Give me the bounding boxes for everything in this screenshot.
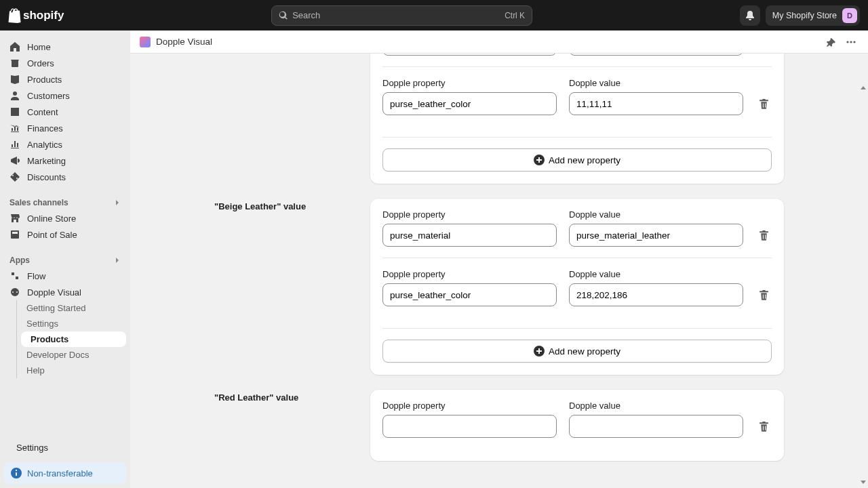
variant-row: "Black Leather" value Dopple property Do… xyxy=(214,54,784,184)
sidebar-item-content[interactable]: Content xyxy=(0,104,130,120)
store-icon xyxy=(9,213,20,224)
value-input[interactable] xyxy=(569,224,743,247)
trash-icon xyxy=(758,230,770,241)
property-input[interactable] xyxy=(382,224,557,247)
sidebar-sub-settings[interactable]: Settings xyxy=(17,316,130,331)
svg-point-2 xyxy=(853,41,855,43)
property-label: Dopple property xyxy=(382,269,557,279)
delete-property-button[interactable] xyxy=(755,283,772,306)
property-input[interactable] xyxy=(382,92,557,115)
shopify-logo[interactable]: shopify xyxy=(8,8,64,23)
search-icon xyxy=(279,11,288,20)
plus-circle-icon xyxy=(534,155,545,165)
home-icon xyxy=(9,41,20,52)
sidebar: HomeOrdersProductsCustomersContentFinanc… xyxy=(0,30,130,488)
sidebar-item-point-of-sale[interactable]: Point of Sale xyxy=(0,226,130,243)
add-property-button[interactable]: Add new property xyxy=(382,340,772,363)
property-input[interactable] xyxy=(382,415,557,438)
chevron-right-icon xyxy=(114,199,121,206)
sidebar-settings[interactable]: Settings xyxy=(0,437,130,458)
trash-icon xyxy=(758,289,770,301)
delete-property-button[interactable] xyxy=(755,224,772,247)
value-label: Dopple value xyxy=(569,209,743,220)
dopple-icon xyxy=(9,287,20,298)
pin-button[interactable] xyxy=(823,37,838,47)
variant-row: "Red Leather" value Dopple property Dopp… xyxy=(214,390,784,461)
info-icon xyxy=(11,468,22,479)
sidebar-item-analytics[interactable]: Analytics xyxy=(0,136,130,152)
sidebar-sub-getting-started[interactable]: Getting Started xyxy=(17,300,130,316)
sidebar-item-finances[interactable]: Finances xyxy=(0,120,130,136)
delete-property-button[interactable] xyxy=(755,415,772,438)
variant-title: "Red Leather" value xyxy=(214,392,357,403)
delete-property-button[interactable] xyxy=(755,92,772,115)
product-options-panel: Product Options Select product option Ma… xyxy=(214,54,784,488)
scroll-area[interactable]: Product Options Select product option Ma… xyxy=(130,54,868,488)
sidebar-item-dopple-visual[interactable]: Dopple Visual xyxy=(0,284,130,300)
search-placeholder: Search xyxy=(292,10,505,20)
property-label: Dopple property xyxy=(382,78,557,88)
content-icon xyxy=(9,106,20,117)
scroll-up-arrow[interactable] xyxy=(861,86,866,92)
scroll-down-arrow[interactable] xyxy=(861,481,866,486)
value-input[interactable] xyxy=(569,415,743,438)
customers-icon xyxy=(9,90,20,101)
store-name: My Shopify Store xyxy=(772,11,837,20)
more-button[interactable] xyxy=(844,41,859,43)
delete-property-button[interactable] xyxy=(755,54,772,56)
trash-icon xyxy=(758,421,770,432)
sidebar-item-flow[interactable]: Flow xyxy=(0,268,130,284)
sidebar-sub-products[interactable]: Products xyxy=(21,331,126,347)
value-label: Dopple value xyxy=(569,401,743,411)
add-property-button[interactable]: Add new property xyxy=(382,148,772,171)
pos-icon xyxy=(9,229,20,240)
sidebar-item-marketing[interactable]: Marketing xyxy=(0,152,130,169)
sidebar-sub-developer-docs[interactable]: Developer Docs xyxy=(17,347,130,363)
property-label: Dopple property xyxy=(382,401,557,411)
property-row: Dopple property Dopple value xyxy=(382,209,772,258)
sidebar-item-home[interactable]: Home xyxy=(0,39,130,55)
value-input[interactable] xyxy=(569,283,743,306)
dots-icon xyxy=(846,41,856,43)
search-shortcut: Ctrl K xyxy=(505,11,525,20)
property-row: Dopple property Dopple value xyxy=(382,54,772,66)
variant-card: Dopple property Dopple value Dopple prop… xyxy=(370,199,784,375)
sidebar-item-orders[interactable]: Orders xyxy=(0,55,130,71)
variant-title: "Beige Leather" value xyxy=(214,201,357,211)
store-switcher[interactable]: My Shopify Store D xyxy=(766,5,860,26)
marketing-icon xyxy=(9,155,20,166)
products-icon xyxy=(9,74,20,85)
analytics-icon xyxy=(9,139,20,150)
property-input[interactable] xyxy=(382,283,557,306)
svg-point-1 xyxy=(850,41,852,43)
non-transferable-badge[interactable]: Non-transferable xyxy=(4,462,126,484)
sidebar-item-online-store[interactable]: Online Store xyxy=(0,210,130,226)
plus-circle-icon xyxy=(534,346,545,357)
topbar: shopify Search Ctrl K My Shopify Store D xyxy=(0,0,868,30)
value-input[interactable] xyxy=(569,54,743,56)
property-row: Dopple property Dopple value xyxy=(382,258,772,317)
variant-card: Dopple property Dopple value Dopple prop… xyxy=(370,54,784,184)
chevron-right-icon xyxy=(114,257,121,264)
apps-header[interactable]: Apps xyxy=(0,251,130,268)
sidebar-item-customers[interactable]: Customers xyxy=(0,87,130,104)
pin-icon xyxy=(826,37,835,47)
svg-point-0 xyxy=(846,41,848,43)
property-input[interactable] xyxy=(382,54,557,56)
discounts-icon xyxy=(9,171,20,182)
variant-row: "Beige Leather" value Dopple property Do… xyxy=(214,199,784,375)
value-label: Dopple value xyxy=(569,269,743,279)
dopple-app-icon xyxy=(140,37,151,47)
orders-icon xyxy=(9,58,20,68)
content-area: Dopple Visual Product Options Select pro… xyxy=(130,30,868,488)
variant-card: Dopple property Dopple value xyxy=(370,390,784,461)
app-name: Dopple Visual xyxy=(156,37,212,47)
search-input[interactable]: Search Ctrl K xyxy=(271,5,532,26)
notifications-button[interactable] xyxy=(740,5,760,26)
sidebar-item-products[interactable]: Products xyxy=(0,71,130,87)
sales-channels-header[interactable]: Sales channels xyxy=(0,193,130,210)
value-input[interactable] xyxy=(569,92,743,115)
sidebar-sub-help[interactable]: Help xyxy=(17,363,130,378)
flow-icon xyxy=(9,270,20,281)
sidebar-item-discounts[interactable]: Discounts xyxy=(0,169,130,185)
